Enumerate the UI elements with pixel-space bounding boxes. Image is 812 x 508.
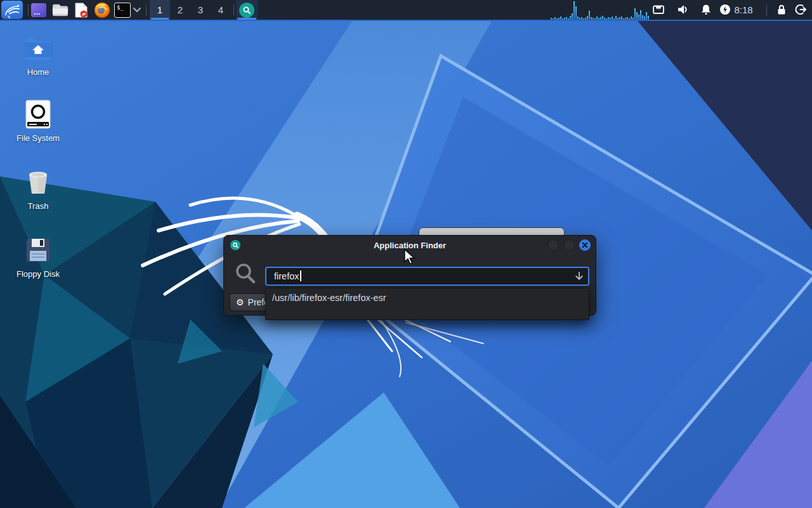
desktop-icon-label: File System <box>8 133 69 143</box>
folder-icon <box>52 3 69 18</box>
purple-window-icon <box>30 2 47 18</box>
panel-separator <box>28 4 29 16</box>
close-button[interactable] <box>579 239 591 251</box>
top-panel: $_ 1 2 3 4 <box>0 0 812 21</box>
minimize-button[interactable] <box>547 239 559 251</box>
chevron-down-icon[interactable] <box>133 6 141 14</box>
trash-icon <box>8 167 69 197</box>
drive-icon <box>8 99 69 130</box>
lock-icon[interactable] <box>775 3 788 16</box>
launcher-terminal[interactable]: $_ <box>114 2 131 18</box>
application-finder-window: Application Finder ⚙ Preferences /usr/li… <box>223 235 596 316</box>
launcher-files-app[interactable] <box>30 2 47 18</box>
tray-network-icon[interactable] <box>652 3 665 16</box>
launcher-firefox[interactable] <box>94 2 110 18</box>
home-folder-icon <box>8 33 69 64</box>
document-icon <box>74 2 89 18</box>
workspace-3[interactable]: 3 <box>190 0 211 20</box>
gear-icon: ⚙ <box>236 298 244 307</box>
completion-popup: /usr/lib/firefox-esr/firefox-esr <box>265 288 589 320</box>
cpu-graph[interactable] <box>551 1 651 20</box>
desktop-icon-label: Home <box>8 67 69 77</box>
panel-separator <box>766 4 767 16</box>
panel-separator <box>233 4 234 16</box>
workspace-2[interactable]: 2 <box>170 0 190 20</box>
desktop-icon-floppy[interactable]: Floppy Disk <box>8 235 69 279</box>
desktop-icon-filesystem[interactable]: File System <box>8 99 69 143</box>
launcher-text-editor[interactable] <box>73 2 89 18</box>
tray-volume-icon[interactable] <box>676 3 689 16</box>
window-title: Application Finder <box>224 241 596 250</box>
workspace-4[interactable]: 4 <box>211 0 231 20</box>
search-input[interactable] <box>265 267 589 286</box>
kali-logo-icon <box>3 2 22 18</box>
app-finder-icon <box>239 3 254 18</box>
titlebar[interactable]: Application Finder <box>224 236 596 255</box>
terminal-icon: $_ <box>114 3 131 18</box>
launcher-file-manager[interactable] <box>52 2 69 18</box>
taskbar-app-finder-button[interactable] <box>236 0 258 20</box>
desktop-icon-label: Trash <box>8 201 69 211</box>
firefox-icon <box>94 2 110 18</box>
desktop-screen: Home File System Trash <box>0 0 812 508</box>
workspace-1[interactable]: 1 <box>150 0 170 20</box>
desktop-icon-label: Floppy Disk <box>8 269 69 279</box>
floppy-disk-icon <box>8 235 69 265</box>
panel-separator <box>146 4 147 16</box>
desktop-icon-trash[interactable]: Trash <box>8 167 69 211</box>
desktop-icon-home[interactable]: Home <box>8 33 69 77</box>
search-icon <box>233 262 258 287</box>
maximize-button[interactable] <box>563 239 575 251</box>
tray-notifications-icon[interactable] <box>700 3 712 16</box>
clock[interactable]: 8:18 <box>730 0 757 20</box>
completion-item[interactable]: /usr/lib/firefox-esr/firefox-esr <box>266 291 589 305</box>
logout-icon[interactable] <box>794 3 807 16</box>
applications-menu-button[interactable] <box>1 1 23 19</box>
